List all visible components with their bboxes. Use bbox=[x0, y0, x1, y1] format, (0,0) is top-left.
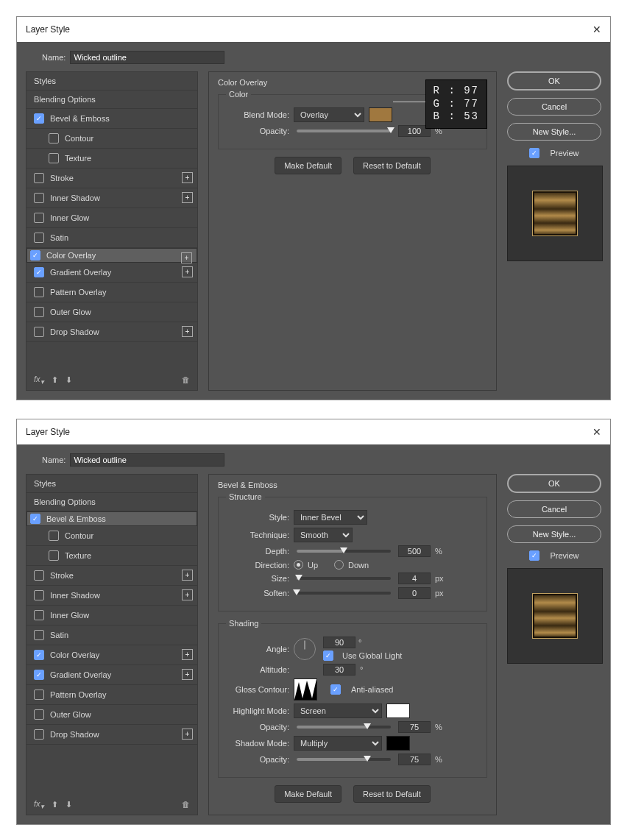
new-style-button[interactable]: New Style... bbox=[507, 525, 601, 543]
name-input[interactable] bbox=[70, 51, 224, 64]
style-item-color-overlay[interactable]: ✓Color Overlay+ bbox=[26, 248, 197, 263]
style-item-contour[interactable]: Contour bbox=[26, 526, 197, 546]
style-checkbox[interactable] bbox=[34, 729, 44, 740]
blend-mode-select[interactable]: Overlay bbox=[294, 107, 364, 122]
style-item-blending-options[interactable]: Blending Options bbox=[26, 91, 197, 109]
style-item-stroke[interactable]: Stroke+ bbox=[26, 169, 197, 188]
style-item-drop-shadow[interactable]: Drop Shadow+ bbox=[26, 725, 197, 745]
move-up-icon[interactable]: ⬆ bbox=[52, 375, 58, 385]
fx-icon[interactable]: fx▾ bbox=[34, 375, 44, 386]
style-item-pattern-overlay[interactable]: Pattern Overlay bbox=[26, 283, 197, 302]
style-checkbox[interactable] bbox=[34, 173, 44, 183]
style-item-inner-shadow[interactable]: Inner Shadow+ bbox=[26, 586, 197, 606]
style-checkbox[interactable]: ✓ bbox=[30, 250, 40, 260]
close-icon[interactable]: ✕ bbox=[592, 426, 601, 438]
add-effect-icon[interactable]: + bbox=[182, 669, 193, 680]
trash-icon[interactable]: 🗑 bbox=[182, 375, 190, 384]
shadow-color-swatch[interactable] bbox=[386, 736, 410, 751]
highlight-color-swatch[interactable] bbox=[386, 703, 410, 718]
preview-checkbox[interactable]: ✓ bbox=[529, 550, 539, 561]
reset-default-button[interactable]: Reset to Default bbox=[353, 157, 431, 174]
cancel-button[interactable]: Cancel bbox=[507, 98, 601, 116]
technique-select[interactable]: Smooth bbox=[294, 528, 353, 542]
ok-button[interactable]: OK bbox=[507, 474, 601, 493]
soften-value[interactable] bbox=[398, 587, 431, 599]
style-checkbox[interactable] bbox=[49, 550, 59, 561]
style-item-pattern-overlay[interactable]: Pattern Overlay bbox=[26, 685, 197, 705]
ok-button[interactable]: OK bbox=[507, 71, 601, 91]
style-item-drop-shadow[interactable]: Drop Shadow+ bbox=[26, 322, 197, 342]
antialias-checkbox[interactable]: ✓ bbox=[330, 684, 341, 695]
style-checkbox[interactable]: ✓ bbox=[34, 267, 44, 277]
add-effect-icon[interactable]: + bbox=[182, 729, 193, 740]
angle-value[interactable] bbox=[323, 637, 355, 648]
shadow-mode-select[interactable]: Multiply bbox=[294, 736, 382, 751]
style-checkbox[interactable] bbox=[34, 307, 44, 317]
style-checkbox[interactable] bbox=[49, 531, 59, 541]
depth-slider[interactable] bbox=[297, 550, 391, 553]
style-item-inner-glow[interactable]: Inner Glow bbox=[26, 208, 197, 228]
style-item-inner-shadow[interactable]: Inner Shadow+ bbox=[26, 188, 197, 208]
style-checkbox[interactable] bbox=[34, 233, 44, 243]
style-checkbox[interactable] bbox=[34, 327, 44, 337]
shadow-opacity-value[interactable] bbox=[398, 754, 431, 765]
size-value[interactable] bbox=[398, 573, 431, 584]
gloss-contour-picker[interactable] bbox=[294, 678, 317, 701]
reset-default-button[interactable]: Reset to Default bbox=[353, 785, 431, 803]
trash-icon[interactable]: 🗑 bbox=[182, 800, 190, 809]
move-down-icon[interactable]: ⬇ bbox=[66, 375, 72, 385]
style-item-outer-glow[interactable]: Outer Glow bbox=[26, 705, 197, 725]
new-style-button[interactable]: New Style... bbox=[507, 123, 601, 141]
add-effect-icon[interactable]: + bbox=[182, 266, 193, 277]
move-up-icon[interactable]: ⬆ bbox=[52, 800, 58, 809]
style-item-blending-options[interactable]: Blending Options bbox=[26, 493, 197, 511]
add-effect-icon[interactable]: + bbox=[181, 252, 192, 263]
soften-slider[interactable] bbox=[297, 592, 391, 595]
add-effect-icon[interactable]: + bbox=[182, 326, 193, 337]
move-down-icon[interactable]: ⬇ bbox=[66, 800, 72, 809]
highlight-opacity-slider[interactable] bbox=[297, 726, 391, 729]
cancel-button[interactable]: Cancel bbox=[507, 500, 601, 518]
style-checkbox[interactable] bbox=[34, 630, 44, 640]
preview-checkbox[interactable]: ✓ bbox=[529, 148, 539, 158]
highlight-mode-select[interactable]: Screen bbox=[294, 703, 382, 718]
style-checkbox[interactable]: ✓ bbox=[34, 670, 44, 680]
style-item-texture[interactable]: Texture bbox=[26, 546, 197, 566]
shadow-opacity-slider[interactable] bbox=[297, 758, 391, 761]
style-item-satin[interactable]: Satin bbox=[26, 228, 197, 248]
fx-icon[interactable]: fx▾ bbox=[34, 799, 44, 810]
style-checkbox[interactable] bbox=[34, 213, 44, 223]
name-input[interactable] bbox=[70, 453, 224, 467]
style-checkbox[interactable] bbox=[49, 153, 59, 163]
style-item-color-overlay[interactable]: ✓Color Overlay+ bbox=[26, 645, 197, 665]
depth-value[interactable] bbox=[398, 545, 431, 557]
direction-down-radio[interactable] bbox=[334, 560, 344, 570]
make-default-button[interactable]: Make Default bbox=[275, 157, 342, 174]
color-swatch[interactable] bbox=[369, 107, 392, 122]
close-icon[interactable]: ✕ bbox=[592, 24, 601, 35]
style-select[interactable]: Inner Bevel bbox=[294, 510, 367, 525]
style-checkbox[interactable] bbox=[34, 287, 44, 297]
make-default-button[interactable]: Make Default bbox=[275, 785, 342, 803]
use-global-light-checkbox[interactable]: ✓ bbox=[323, 651, 333, 661]
style-checkbox[interactable] bbox=[34, 570, 44, 581]
style-item-gradient-overlay[interactable]: ✓Gradient Overlay+ bbox=[26, 263, 197, 283]
style-item-texture[interactable]: Texture bbox=[26, 149, 197, 169]
add-effect-icon[interactable]: + bbox=[182, 192, 193, 203]
altitude-value[interactable] bbox=[323, 664, 355, 676]
style-item-satin[interactable]: Satin bbox=[26, 625, 197, 645]
direction-up-radio[interactable] bbox=[294, 560, 303, 570]
style-item-inner-glow[interactable]: Inner Glow bbox=[26, 606, 197, 625]
add-effect-icon[interactable]: + bbox=[182, 570, 193, 581]
style-item-stroke[interactable]: Stroke+ bbox=[26, 566, 197, 586]
style-checkbox[interactable] bbox=[34, 709, 44, 720]
style-item-gradient-overlay[interactable]: ✓Gradient Overlay+ bbox=[26, 665, 197, 685]
add-effect-icon[interactable]: + bbox=[182, 589, 193, 600]
style-checkbox[interactable]: ✓ bbox=[30, 514, 40, 524]
style-checkbox[interactable] bbox=[34, 193, 44, 203]
style-checkbox[interactable]: ✓ bbox=[34, 650, 44, 660]
opacity-slider[interactable] bbox=[297, 130, 391, 132]
highlight-opacity-value[interactable] bbox=[398, 721, 431, 733]
add-effect-icon[interactable]: + bbox=[182, 172, 193, 183]
style-checkbox[interactable] bbox=[34, 610, 44, 620]
